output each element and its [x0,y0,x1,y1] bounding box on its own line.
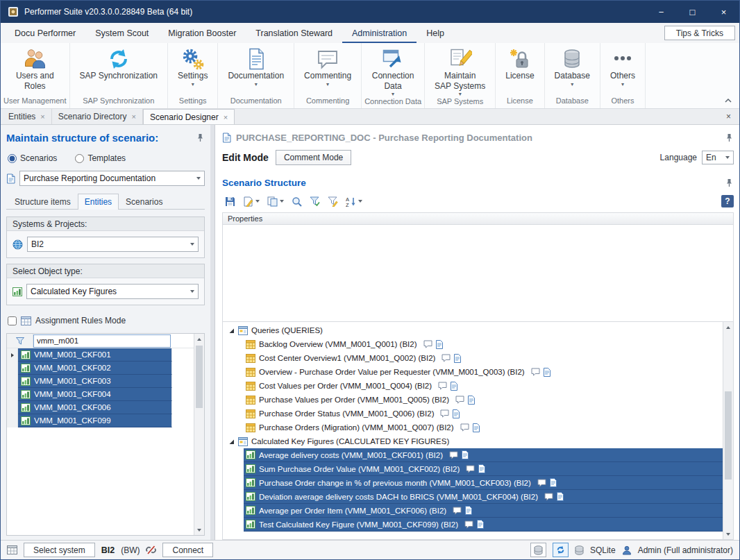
menu-tab-translation-steward[interactable]: Translation Steward [246,23,342,43]
select-system-button[interactable]: Select system [24,543,95,557]
tree-item[interactable]: Backlog Overview (VMM_M001_Q001) (BI2) [244,337,723,351]
sync-status-button[interactable] [553,543,569,557]
tree-item[interactable]: Sum Purchase Order Value (VMM_M001_CKF00… [244,462,723,476]
toolbar-copy-structure-button[interactable] [264,194,287,209]
ribbon-button-connection-data[interactable]: Connection Data▾ [364,45,421,97]
pin-icon[interactable] [724,133,734,142]
ribbon-button-sap-systems[interactable]: Maintain SAP Systems▾ [428,45,492,97]
expander-icon[interactable] [228,439,235,445]
toolbar-validate-button[interactable] [325,194,341,209]
ribbon-button-database[interactable]: Database▾ [548,45,597,96]
database-status-button[interactable] [530,543,546,557]
grid-row[interactable]: VMM_M001_CKF099 [7,414,194,427]
pin-icon[interactable] [724,178,734,187]
connect-button[interactable]: Connect [162,543,213,557]
minimize-button[interactable]: − [646,1,677,23]
tab-entities[interactable]: Entities [78,194,119,210]
ribbon-button-commenting[interactable]: Commenting▾ [297,45,358,96]
comment-icon[interactable] [440,409,449,418]
tree-item[interactable]: Overview - Purchase Order Value per Requ… [244,365,723,379]
toolbar-zoom-button[interactable] [289,194,305,209]
comment-icon[interactable] [544,493,553,501]
ribbon-button-user-management[interactable]: Users and Roles [3,45,67,96]
grid-filter-input[interactable] [33,334,171,348]
tab-scenarios[interactable]: Scenarios [119,194,169,210]
tree-item[interactable]: Average per Order Item (VMM_M001_CKF006)… [244,504,723,518]
comment-icon[interactable] [423,340,432,348]
document-icon[interactable] [473,423,480,432]
menu-tab-migration-booster[interactable]: Migration Booster [158,23,246,43]
scroll-down-icon[interactable] [194,525,204,535]
doc-tab-scenario-designer[interactable]: Scenario Designer× [143,109,235,124]
comment-icon[interactable] [455,396,464,404]
tree-group-row[interactable]: Queries (QUERIES) [223,323,723,337]
assignment-rules-checkbox[interactable] [8,316,17,325]
radio-templates[interactable]: Templates [75,153,126,163]
maximize-button[interactable]: □ [677,1,708,23]
scroll-up-icon[interactable] [723,322,733,332]
doc-tab-entities[interactable]: Entities× [2,109,52,124]
comment-icon[interactable] [537,479,546,487]
tips-tricks-button[interactable]: Tips & Tricks [664,26,735,40]
comment-icon[interactable] [442,354,451,362]
toolbar-sort-button[interactable]: AZ [343,194,365,209]
document-icon[interactable] [468,396,475,405]
toolbar-view-settings-button[interactable] [240,194,262,209]
help-button[interactable]: ? [721,195,734,207]
document-icon[interactable] [544,368,550,377]
grid-row[interactable]: VMM_M001_CKF001 [7,348,194,362]
close-icon[interactable]: × [224,113,228,121]
menu-tab-system-scout[interactable]: System Scout [85,23,158,43]
toolbar-save-button[interactable] [222,194,238,209]
expander-icon[interactable] [228,328,235,334]
radio-input-scenarios[interactable] [8,154,17,163]
ribbon-button-sap-synchronization[interactable]: SAP Synchronization [73,45,165,96]
object-type-select[interactable]: Calculated Key Figures [26,284,199,299]
doc-tab-scenario-directory[interactable]: Scenario Directory× [52,109,143,124]
document-icon[interactable] [550,478,557,487]
scenario-select[interactable]: Purchase Reporting Documentation [19,171,205,186]
document-icon[interactable] [436,340,443,349]
document-icon[interactable] [465,506,472,515]
tree-item[interactable]: Cost Values per Order (VMM_M001_Q004) (B… [244,379,723,393]
tree-item[interactable]: Cost Center Overview1 (VMM_M001_Q002) (B… [244,351,723,365]
menu-tab-help[interactable]: Help [417,23,454,43]
comment-icon[interactable] [438,382,447,390]
tree-item[interactable]: Purchase Values per Order (VMM_M001_Q005… [244,393,723,407]
tree-scrollbar[interactable] [723,322,733,539]
close-icon[interactable]: × [132,112,136,121]
language-select[interactable]: En [702,151,734,164]
comment-icon[interactable] [531,368,540,376]
tree-item[interactable]: Purchase Order Status (VMM_M001_Q006) (B… [244,407,723,421]
pin-icon[interactable] [195,133,205,142]
close-button[interactable]: × [708,1,739,23]
comment-icon[interactable] [449,451,458,459]
close-icon[interactable]: × [40,112,44,121]
comment-icon[interactable] [453,507,462,515]
comment-icon[interactable] [466,465,475,473]
comment-icon[interactable] [464,520,473,529]
properties-header[interactable]: Properties [222,212,734,225]
grid-scrollbar[interactable] [194,334,204,535]
document-icon[interactable] [477,520,484,529]
tree-item[interactable]: Deviation average delivery costs DACH to… [244,490,723,504]
scroll-up-icon[interactable] [194,334,204,344]
comment-mode-button[interactable]: Comment Mode [276,150,351,165]
tab-bar-close-icon[interactable]: × [718,109,739,124]
menu-tab-docu-performer[interactable]: Docu Performer [5,23,85,43]
document-icon[interactable] [451,382,457,391]
grid-row[interactable]: VMM_M001_CKF002 [7,362,194,375]
document-icon[interactable] [453,409,460,418]
tree-item[interactable]: Purchase Order change in % of previous m… [244,476,723,490]
document-icon[interactable] [462,450,469,459]
tree-group-row[interactable]: Calculated Key Figures (CALCULATED KEY F… [223,434,723,448]
tree-item[interactable]: Average delivery costs (VMM_M001_CKF001)… [244,448,723,462]
menu-tab-administration[interactable]: Administration [342,23,417,43]
ribbon-button-license[interactable]: License [498,45,541,96]
ribbon-button-settings[interactable]: Settings▾ [171,45,215,96]
tree-item[interactable]: Purchase Orders (Migration) (VMM_M001_Q0… [244,421,723,434]
radio-input-templates[interactable] [75,154,84,163]
ribbon-button-others[interactable]: Others▾ [603,45,642,96]
document-icon[interactable] [557,492,564,501]
tab-structure-items[interactable]: Structure items [8,194,78,210]
